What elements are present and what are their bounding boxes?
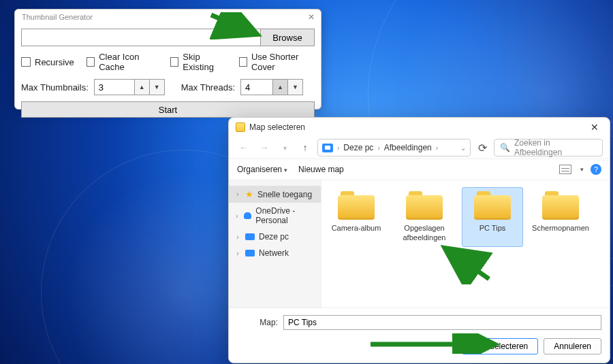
cancel-button[interactable]: Annuleren [544,338,601,354]
folder-item[interactable]: Opgeslagen afbeeldingen [394,187,455,247]
max-thumbnails-input[interactable] [94,79,135,95]
map-label: Map: [237,318,278,327]
sidebar-item-network[interactable]: › Netwerk [229,245,321,261]
spin-up-icon[interactable]: ▲ [273,79,288,95]
clear-cache-checkbox[interactable]: Clear Icon Cache [87,52,158,72]
checkbox-icon [239,57,247,67]
chevron-right-icon[interactable]: › [234,212,240,220]
folder-icon [406,191,443,220]
path-input[interactable] [21,29,260,46]
folder-item[interactable]: PC Tips [462,187,523,247]
up-icon[interactable]: ↑ [297,139,313,156]
fp-title-text: Map selecteren [249,122,305,132]
skip-existing-checkbox[interactable]: Skip Existing [170,52,226,72]
monitor-icon [245,233,255,240]
sidebar-item-onedrive[interactable]: › OneDrive - Personal [229,203,321,229]
folder-picker-window: Map selecteren ✕ ← → ▾ ↑ › Deze pc › Afb… [228,117,610,363]
chevron-right-icon[interactable]: › [234,233,241,241]
chevron-down-icon: ▾ [284,167,287,173]
max-thumbnails-stepper[interactable]: ▲ ▼ [94,79,165,95]
chevron-right-icon: › [337,144,339,152]
refresh-icon[interactable]: ⟳ [475,142,490,154]
new-folder-button[interactable]: Nieuwe map [298,165,344,174]
cloud-icon [244,212,251,219]
recursive-checkbox[interactable]: Recursive [21,57,74,67]
max-threads-stepper[interactable]: ▲ ▼ [240,79,303,95]
help-icon[interactable]: ? [591,164,601,175]
thumbnail-generator-window: Thumbnail Generator ✕ Browse Recursive C… [14,9,321,110]
skip-existing-label: Skip Existing [183,52,226,72]
sidebar-item-label: Deze pc [259,232,289,242]
chevron-down-icon[interactable]: ▾ [277,139,293,156]
folder-item[interactable]: Schermopnamen [530,187,591,247]
chevron-down-icon[interactable]: ▾ [580,166,584,173]
folder-icon [474,191,511,220]
fp-toolbar: Organiseren▾ Nieuwe map ▾ ? [229,159,610,180]
recursive-label: Recursive [35,57,74,67]
chevron-right-icon: › [436,144,438,152]
folder-name-input[interactable] [283,315,601,330]
breadcrumb[interactable]: › Deze pc › Afbeeldingen › ⌄ [317,139,471,156]
browse-button[interactable]: Browse [260,29,315,46]
sidebar-item-quick-access[interactable]: › ★ Snelle toegang [229,186,321,203]
spin-down-icon[interactable]: ▼ [288,79,303,95]
folder-icon [236,122,245,132]
spin-down-icon[interactable]: ▼ [150,79,165,95]
checkbox-icon [87,57,95,67]
sidebar-item-label: Netwerk [259,248,289,258]
max-threads-input[interactable] [240,79,273,95]
chevron-down-icon[interactable]: ⌄ [460,144,466,152]
search-icon: 🔍 [500,143,510,152]
close-icon[interactable]: ✕ [586,122,603,133]
star-icon: ★ [245,189,253,199]
clear-cache-label: Clear Icon Cache [99,52,158,72]
folder-item[interactable]: Camera-album [326,187,387,247]
chevron-right-icon[interactable]: › [234,250,241,257]
folder-label: PC Tips [463,224,522,242]
folder-list: Camera-album Opgeslagen afbeeldingen PC … [321,180,610,308]
sidebar-item-label: OneDrive - Personal [255,206,315,225]
forward-icon[interactable]: → [256,139,272,156]
folder-icon [542,191,579,220]
shorter-cover-label: Use Shorter Cover [251,52,315,72]
search-placeholder: Zoeken in Afbeeldingen [514,138,597,157]
tg-title: Thumbnail Generator [22,13,93,21]
chevron-right-icon[interactable]: › [234,191,241,198]
folder-label: Camera-album [327,224,386,242]
folder-label: Opgeslagen afbeeldingen [395,224,454,243]
organize-menu[interactable]: Organiseren▾ [237,165,287,174]
checkbox-icon [21,57,31,67]
checkbox-icon [170,57,178,67]
fp-titlebar: Map selecteren ✕ [229,118,610,137]
crumb-folder[interactable]: Afbeeldingen [384,143,432,152]
shorter-cover-checkbox[interactable]: Use Shorter Cover [239,52,315,72]
chevron-right-icon: › [377,144,379,152]
back-icon[interactable]: ← [236,139,252,156]
folder-icon [338,191,375,220]
close-icon[interactable]: ✕ [306,12,317,22]
crumb-root[interactable]: Deze pc [343,143,373,152]
sidebar-item-this-pc[interactable]: › Deze pc [229,229,321,245]
network-icon [245,250,255,257]
tg-titlebar: Thumbnail Generator ✕ [15,10,321,24]
start-button[interactable]: Start [21,101,315,118]
max-thumbnails-label: Max Thumbnails: [21,82,89,93]
pictures-icon [322,144,333,152]
view-options-icon[interactable] [559,165,571,174]
select-folder-button[interactable]: Map selecteren [462,338,538,354]
max-threads-label: Max Threads: [181,82,235,93]
spin-up-icon[interactable]: ▲ [135,79,150,95]
search-input[interactable]: 🔍 Zoeken in Afbeeldingen [494,139,603,156]
folder-label: Schermopnamen [531,224,590,242]
sidebar: › ★ Snelle toegang › OneDrive - Personal… [229,180,321,308]
sidebar-item-label: Snelle toegang [257,190,312,199]
